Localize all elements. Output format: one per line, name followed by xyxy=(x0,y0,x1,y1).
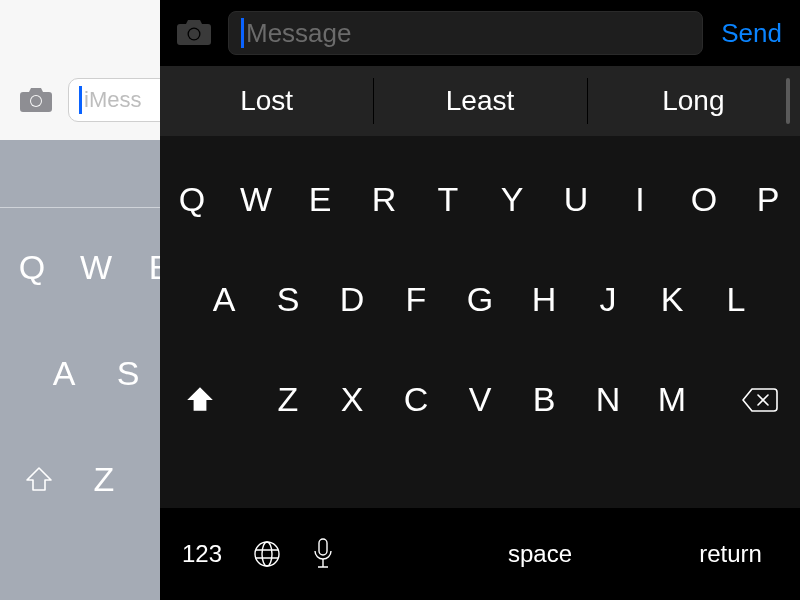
microphone-icon[interactable] xyxy=(312,537,334,571)
key[interactable]: X xyxy=(320,380,384,419)
key[interactable]: Y xyxy=(480,180,544,219)
space-key[interactable]: space xyxy=(420,540,660,568)
svg-rect-6 xyxy=(319,539,327,555)
key[interactable]: Z xyxy=(64,460,144,499)
key[interactable]: L xyxy=(704,280,768,319)
key[interactable]: W xyxy=(224,180,288,219)
key[interactable]: S xyxy=(256,280,320,319)
key[interactable]: H xyxy=(512,280,576,319)
svg-point-4 xyxy=(255,542,279,566)
suggestion-item[interactable]: Least xyxy=(373,66,586,136)
keyboard-bottom-bar: 123 space return xyxy=(160,508,800,600)
key[interactable]: Z xyxy=(256,380,320,419)
dark-message-placeholder: Message xyxy=(246,18,352,49)
send-button[interactable]: Send xyxy=(717,18,786,49)
text-cursor xyxy=(241,18,244,48)
key[interactable]: W xyxy=(64,248,128,287)
key[interactable]: D xyxy=(320,280,384,319)
key[interactable]: A xyxy=(32,354,96,393)
camera-icon[interactable] xyxy=(18,86,54,114)
key[interactable]: G xyxy=(448,280,512,319)
key[interactable]: N xyxy=(576,380,640,419)
key[interactable]: T xyxy=(416,180,480,219)
dark-input-bar: Message Send xyxy=(160,0,800,66)
key[interactable]: O xyxy=(672,180,736,219)
key[interactable]: J xyxy=(576,280,640,319)
key[interactable]: P xyxy=(736,180,800,219)
dark-keyboard: Q W E R T Y U I O P A S D F G H J K L xyxy=(160,136,800,600)
camera-icon[interactable] xyxy=(174,18,214,48)
backspace-icon[interactable] xyxy=(740,386,780,414)
dark-keyboard-panel: Message Send Lost Least Long Q W E R T Y… xyxy=(160,0,800,600)
key[interactable]: Q xyxy=(160,180,224,219)
key[interactable]: S xyxy=(96,354,160,393)
suggestion-item[interactable]: Long xyxy=(587,66,800,136)
key[interactable]: Q xyxy=(0,248,64,287)
suggestions-bar: Lost Least Long xyxy=(160,66,800,136)
svg-point-1 xyxy=(31,96,41,106)
dark-message-input[interactable]: Message xyxy=(228,11,703,55)
key[interactable]: A xyxy=(192,280,256,319)
svg-point-5 xyxy=(262,542,272,566)
key[interactable]: R xyxy=(352,180,416,219)
shift-icon[interactable] xyxy=(180,384,220,416)
suggestion-item[interactable]: Lost xyxy=(160,66,373,136)
shift-icon[interactable] xyxy=(14,465,64,495)
dark-key-row-1: Q W E R T Y U I O P xyxy=(160,180,800,219)
globe-icon[interactable] xyxy=(252,539,282,569)
svg-point-3 xyxy=(189,29,199,39)
key[interactable]: C xyxy=(384,380,448,419)
key[interactable]: I xyxy=(608,180,672,219)
key[interactable]: F xyxy=(384,280,448,319)
numbers-key[interactable]: 123 xyxy=(182,540,222,568)
key[interactable]: E xyxy=(288,180,352,219)
key[interactable]: B xyxy=(512,380,576,419)
key[interactable]: K xyxy=(640,280,704,319)
suggestions-handle[interactable] xyxy=(786,78,790,124)
dark-key-row-3: Z X C V B N M xyxy=(160,380,800,419)
key[interactable]: M xyxy=(640,380,704,419)
key[interactable]: V xyxy=(448,380,512,419)
dark-key-row-2: A S D F G H J K L xyxy=(160,280,800,319)
text-cursor xyxy=(79,86,82,114)
key[interactable]: U xyxy=(544,180,608,219)
return-key[interactable]: return xyxy=(660,540,800,568)
light-message-placeholder: iMess xyxy=(84,87,141,113)
